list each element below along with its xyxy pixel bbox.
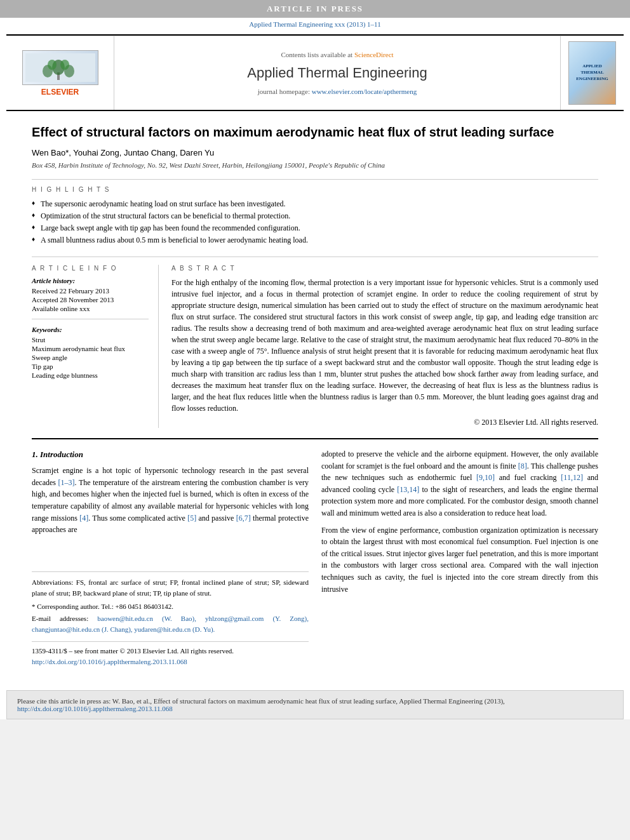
article-accepted: Accepted 28 November 2013 [32, 296, 149, 303]
intro-para-col2-1: adopted to preserve the vehicle and the … [321, 448, 598, 519]
ref-9-10[interactable]: [9,10] [476, 473, 495, 482]
journal-citation: Applied Thermal Engineering xxx (2013) 1… [249, 20, 380, 28]
authors-text: Wen Bao*, Youhai Zong, Juntao Chang, Dar… [32, 148, 214, 157]
ref-1-3[interactable]: [1–3] [58, 478, 75, 487]
journal-main-row: ELSEVIER Contents lists available at Sci… [6, 36, 624, 110]
info-divider [32, 319, 149, 319]
article-info-column: A R T I C L E I N F O Article history: R… [32, 265, 159, 428]
keywords-label: Keywords: [32, 326, 149, 333]
email-label: E-mail addresses: [32, 615, 88, 622]
abstract-copyright: © 2013 Elsevier Ltd. All rights reserved… [171, 417, 598, 428]
doi-link[interactable]: http://dx.doi.org/10.1016/j.applthermale… [32, 657, 309, 667]
highlights-list: The supersonic aerodynamic heating load … [32, 198, 598, 246]
paper-authors: Wen Bao*, Youhai Zong, Juntao Chang, Dar… [32, 148, 598, 157]
journal-cover-image: APPLIEDTHERMALENGINEERING [568, 41, 616, 105]
intro-heading: 1. Introduction [32, 448, 309, 461]
ref-13-14[interactable]: [13,14] [397, 485, 419, 494]
journal-top-link: Applied Thermal Engineering xxx (2013) 1… [6, 18, 624, 29]
journal-logo-right: APPLIEDTHERMALENGINEERING [560, 36, 624, 110]
highlight-item-2: Optimization of the strut structural fac… [32, 210, 598, 222]
email-footnote: E-mail addresses: baowen@hit.edu.cn (W. … [32, 613, 309, 635]
page-wrapper: ARTICLE IN PRESS Applied Thermal Enginee… [0, 0, 630, 719]
citation-doi-link[interactable]: http://dx.doi.org/10.1016/j.applthermale… [17, 705, 173, 712]
citation-text: Please cite this article in press as: W.… [17, 697, 505, 705]
corresponding-footnote: * Corresponding author. Tel.: +86 0451 8… [32, 601, 309, 612]
svg-point-6 [60, 60, 69, 70]
intro-para-1: Scramjet engine is a hot topic of hypers… [32, 465, 309, 536]
doi-footer: 1359-4311/$ – see front matter © 2013 El… [32, 641, 309, 667]
body-col-right: adopted to preserve the vehicle and the … [321, 448, 598, 667]
intro-para-col2-2: From the view of engine performance, com… [321, 524, 598, 596]
abstract-column: A B S T R A C T For the high enthalpy of… [171, 265, 598, 428]
cover-title-text: APPLIEDTHERMALENGINEERING [576, 63, 608, 82]
sciencedirect-link[interactable]: ScienceDirect [354, 51, 394, 58]
footnote-area: Abbreviations: FS, frontal arc surface o… [32, 571, 309, 635]
journal-logo-left: ELSEVIER [6, 36, 114, 110]
body-section: 1. Introduction Scramjet engine is a hot… [32, 438, 598, 667]
homepage-label: journal homepage: [258, 88, 310, 95]
body-col-left: 1. Introduction Scramjet engine is a hot… [32, 448, 309, 667]
elsevier-graphic [22, 50, 98, 85]
keyword-4: Tip gap [32, 363, 149, 370]
article-online: Available online xxx [32, 305, 149, 312]
highlights-section: H I G H L I G H T S The supersonic aerod… [32, 179, 598, 246]
keyword-3: Sweep angle [32, 354, 149, 361]
article-info-abstract-section: A R T I C L E I N F O Article history: R… [32, 257, 598, 428]
issn-text: 1359-4311/$ – see front matter © 2013 El… [32, 646, 309, 657]
article-history-label: Article history: [32, 277, 149, 284]
footnote-spacer [32, 541, 309, 566]
abbreviations-footnote: Abbreviations: FS, frontal arc surface o… [32, 577, 309, 599]
journal-main-title: Applied Thermal Engineering [247, 65, 427, 81]
highlight-item-3: Large back swept angle with tip gap has … [32, 222, 598, 234]
article-in-press-banner: ARTICLE IN PRESS [0, 0, 630, 18]
banner-text: ARTICLE IN PRESS [267, 4, 363, 13]
journal-title-center: Contents lists available at ScienceDirec… [114, 36, 560, 110]
abstract-text: For the high enthalpy of the incoming fl… [171, 277, 598, 414]
homepage-url[interactable]: www.elsevier.com/locate/apthermeng [312, 88, 417, 95]
elsevier-brand-text: ELSEVIER [41, 88, 79, 97]
ref-6-7[interactable]: [6,7] [236, 514, 251, 523]
keyword-5: Leading edge bluntness [32, 371, 149, 379]
ref-5[interactable]: [5] [187, 514, 196, 523]
citation-bar: Please cite this article in press as: W.… [6, 690, 624, 719]
paper-title: Effect of structural factors on maximum … [32, 124, 598, 140]
ref-4[interactable]: [4] [79, 514, 88, 523]
ref-11-12[interactable]: [11,12] [561, 473, 583, 482]
abstract-label: A B S T R A C T [171, 265, 598, 272]
elsevier-tree-icon [25, 53, 95, 82]
keyword-1: Strut [32, 336, 149, 343]
highlight-item-4: A small bluntness radius about 0.5 mm is… [32, 234, 598, 246]
paper-affiliation: Box 458, Harbin Institute of Technology,… [32, 161, 598, 169]
paper-content: Effect of structural factors on maximum … [0, 111, 630, 690]
journal-header: ELSEVIER Contents lists available at Sci… [6, 34, 624, 111]
keyword-2: Maximum aerodynamic heat flux [32, 345, 149, 352]
highlight-item-1: The supersonic aerodynamic heating load … [32, 198, 598, 210]
ref-8[interactable]: [8] [518, 462, 527, 470]
highlights-label: H I G H L I G H T S [32, 186, 598, 193]
article-info-label: A R T I C L E I N F O [32, 265, 149, 272]
journal-homepage-line: journal homepage: www.elsevier.com/locat… [258, 88, 417, 95]
svg-point-5 [48, 60, 57, 70]
contents-available-text: Contents lists available at ScienceDirec… [281, 51, 393, 58]
article-received: Received 22 February 2013 [32, 287, 149, 295]
